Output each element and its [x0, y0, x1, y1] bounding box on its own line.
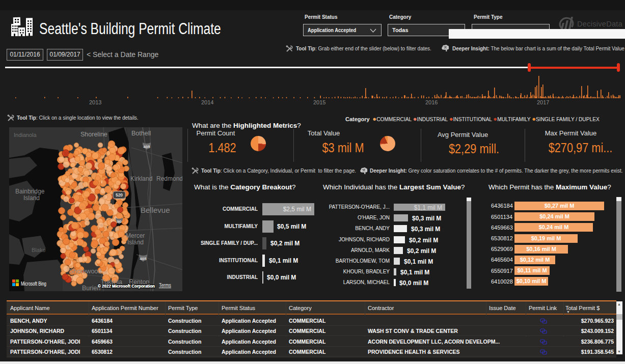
svg-text:Bellevue: Bellevue [141, 206, 170, 214]
svg-text:Terms: Terms [159, 283, 171, 288]
svg-text:Kirkland: Kirkland [130, 175, 152, 182]
svg-text:520: 520 [116, 192, 123, 198]
svg-text:© 2022 Microsoft Corporation: © 2022 Microsoft Corporation [98, 283, 155, 289]
svg-text:405: 405 [143, 145, 150, 149]
svg-text:Island: Island [23, 194, 40, 202]
svg-text:Bothell: Bothell [131, 130, 151, 137]
svg-text:90: 90 [117, 219, 122, 224]
svg-text:Island: Island [127, 239, 144, 246]
svg-text:Shoreline: Shoreline [80, 131, 107, 138]
svg-text:Shorewood: Shorewood [69, 268, 101, 275]
svg-text:Blake: Blake [32, 247, 46, 253]
svg-text:Redmond: Redmond [156, 175, 182, 182]
svg-text:Indianola: Indianola [14, 132, 37, 138]
svg-text:Mercer: Mercer [126, 232, 145, 239]
svg-text:Bainbridge: Bainbridge [15, 188, 45, 195]
svg-text:Microsoft Bing: Microsoft Bing [21, 281, 46, 287]
svg-text:405: 405 [140, 257, 147, 261]
